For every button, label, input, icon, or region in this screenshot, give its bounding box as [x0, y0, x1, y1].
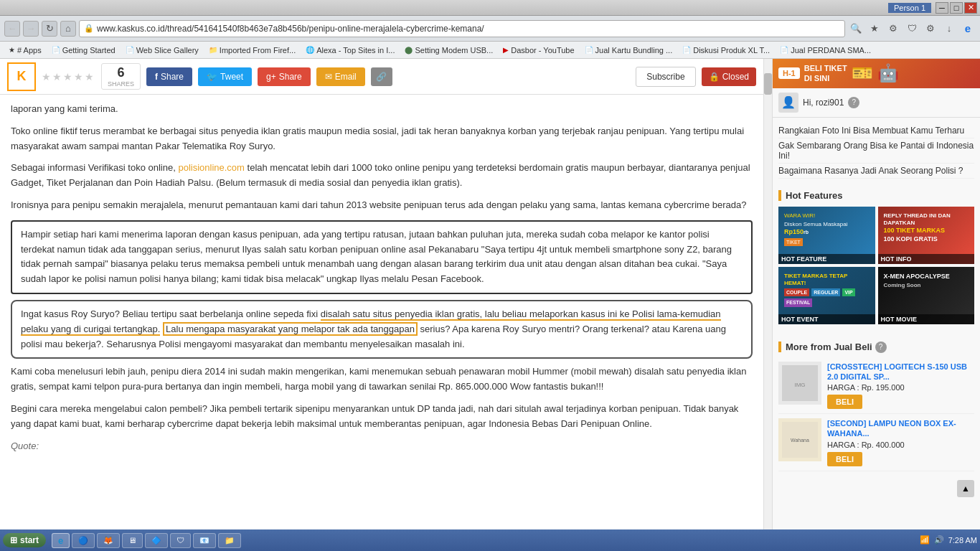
search-icon[interactable]: 🔍: [848, 21, 864, 37]
article-scrollbar[interactable]: [763, 59, 772, 529]
back-button[interactable]: ←: [4, 21, 20, 37]
refresh-button[interactable]: ↻: [42, 21, 57, 37]
taskbar-app-4[interactable]: 🖥: [122, 533, 143, 548]
product-name-2[interactable]: [SECOND] LAMPU NEON BOX EX-WAHANA...: [827, 418, 974, 439]
bookmark-perdana[interactable]: 📄 Jual PERDANA SMA...: [776, 44, 875, 56]
bookmark-alexa[interactable]: 🌐 Alexa - Top Sites in I...: [301, 44, 399, 56]
banner-line1: BELI TIKET: [804, 63, 847, 73]
hot-movie-cell[interactable]: X-MEN APOCALYPSE Coming Soon HOT MOVIE: [878, 267, 975, 324]
app7-icon: 📧: [199, 536, 209, 545]
download-icon[interactable]: ↓: [941, 21, 957, 37]
shares-count: 6: [118, 65, 125, 80]
svg-text:IMG: IMG: [794, 382, 805, 388]
favorites-icon[interactable]: ★: [867, 21, 882, 37]
polisionline-link[interactable]: polisionline.com: [178, 162, 245, 173]
more-help-icon[interactable]: ?: [875, 342, 887, 353]
scrollbar-thumb[interactable]: [764, 73, 772, 95]
related-links: Rangkaian Foto Ini Bisa Membuat Kamu Ter…: [778, 123, 974, 179]
related-link-2[interactable]: Gak Sembarang Orang Bisa ke Pantai di In…: [778, 138, 974, 164]
bookmark-getting-started[interactable]: 📄 Getting Started: [47, 44, 120, 56]
hot-event-label: HOT EVENT: [778, 314, 875, 324]
taskbar-app-3[interactable]: 🦊: [97, 533, 120, 548]
bookmark-apps[interactable]: ★ # Apps: [4, 44, 46, 56]
bookmark-label: Getting Started: [62, 46, 116, 55]
system-tray: 📶 🔊 7:28 AM: [920, 535, 977, 545]
page-icon: 📄: [52, 46, 60, 54]
link-icon: 🔗: [376, 72, 387, 82]
beli-button-1[interactable]: BELI: [827, 395, 862, 409]
forward-button[interactable]: →: [23, 21, 39, 37]
h1-badge: H-1: [778, 67, 800, 79]
hot-event-cell[interactable]: TIKET MARKAS TETAP HEMAT! COUPLE REGULER…: [778, 267, 875, 324]
app8-icon: 📁: [225, 536, 235, 545]
highlighted-box-1: Hampir setiap hari kami menerima laporan…: [11, 220, 753, 294]
clock: 7:28 AM: [948, 535, 977, 545]
taskbar-app-7[interactable]: 📧: [193, 533, 216, 548]
mascot-icon: 🤖: [877, 63, 899, 83]
product-name-1[interactable]: [CROSSTECH] LOGITECH S-150 USB 2.0 DIGIT…: [827, 362, 974, 382]
scroll-up-button[interactable]: ▲: [957, 480, 974, 497]
minimize-button[interactable]: ─: [936, 2, 948, 14]
time-display: 7:28 AM: [948, 535, 977, 545]
article-para-2: Toko online fiktif terus merambat ke ber…: [11, 124, 753, 154]
home-button[interactable]: ⌂: [60, 21, 76, 37]
email-button[interactable]: ✉ Email: [316, 67, 365, 86]
bookmark-jual-kartu[interactable]: 📄 Jual Kartu Bundling ...: [580, 44, 677, 56]
maximize-button[interactable]: □: [950, 2, 963, 14]
start-button[interactable]: ⊞ start: [3, 533, 46, 547]
bookmark-imported[interactable]: 📁 Imported From Firef...: [204, 44, 300, 56]
twitter-icon: 🐦: [207, 72, 217, 82]
page-icon: 📄: [682, 46, 691, 54]
bookmark-web-slice[interactable]: 📄 Web Slice Gallery: [121, 44, 203, 56]
article-area: K ★★★★★ 6 SHARES f Share 🐦 Tweet g+ Shar…: [0, 59, 763, 529]
taskbar-ie[interactable]: e: [52, 533, 70, 548]
url-text: www.kaskus.co.id/thread/541641540f8b463e…: [97, 24, 840, 34]
hot-feature-cell[interactable]: WARA WIR! Diskon Semua Maskapai Rp150rb …: [778, 207, 875, 264]
taskbar-app-5[interactable]: 🔷: [145, 533, 168, 548]
bookmarks-bar: ★ # Apps 📄 Getting Started 📄 Web Slice G…: [0, 42, 980, 59]
help-icon[interactable]: ?: [848, 97, 859, 108]
setting-dot-icon: ⬤: [405, 46, 413, 54]
email-icon: ✉: [325, 72, 332, 82]
closed-button[interactable]: 🔒 Closed: [702, 67, 756, 86]
app2-icon: 🔵: [78, 536, 88, 545]
browser-navbar: ← → ↻ ⌂ 🔒 www.kaskus.co.id/thread/541641…: [0, 16, 980, 42]
volume-icon: 🔊: [934, 535, 944, 545]
gplus-share-button[interactable]: g+ Share: [258, 67, 311, 86]
page-icon: 📄: [126, 46, 134, 54]
bookmark-label: Jual PERDANA SMA...: [791, 46, 871, 55]
app3-icon: 🦊: [103, 536, 113, 545]
taskbar-app-8[interactable]: 📁: [218, 533, 241, 548]
product-price-2: HARGA : Rp. 400.000: [827, 441, 974, 449]
tools-icon[interactable]: ⚙: [885, 21, 901, 37]
settings-icon[interactable]: ⚙: [923, 21, 938, 37]
ticket-banner[interactable]: H-1 BELI TIKET DI SINI 🎫 🤖: [773, 59, 980, 88]
ie-logo: e: [960, 21, 976, 37]
facebook-share-button[interactable]: f Share: [146, 67, 192, 86]
hot-info-cell[interactable]: REPLY THREAD INI DAN DAPATKAN 100 TIKET …: [878, 207, 975, 264]
twitter-tweet-button[interactable]: 🐦 Tweet: [198, 67, 252, 86]
related-link-3[interactable]: Bagaimana Rasanya Jadi Anak Seorang Poli…: [778, 164, 974, 179]
bookmark-youtube[interactable]: ▶ Dasbor - YouTube: [499, 44, 578, 56]
subscribe-button[interactable]: Subscribe: [636, 67, 695, 87]
windows-taskbar: ⊞ start e 🔵 🦊 🖥 🔷 🛡 📧 📁 📶 🔊: [0, 529, 980, 551]
close-button[interactable]: ✕: [964, 2, 977, 14]
para3-prefix: Sebagai informasi Verifikasi toko online…: [11, 162, 176, 173]
bookmark-setting[interactable]: ⬤ Setting Modem USB...: [400, 44, 497, 56]
taskbar-app-6[interactable]: 🛡: [170, 533, 191, 548]
beli-button-2[interactable]: BELI: [827, 452, 862, 466]
article-para-1: laporan yang kami terima.: [11, 102, 753, 117]
related-link-1[interactable]: Rangkaian Foto Ini Bisa Membuat Kamu Ter…: [778, 123, 974, 138]
star-rating[interactable]: ★★★★★: [42, 71, 95, 83]
bookmark-label: Imported From Firef...: [220, 46, 296, 55]
box1-text: Hampir setiap hari kami menerima laporan…: [21, 229, 732, 284]
jual-beli-section: More from Jual Beli ? IMG [CROSSTECH] LO…: [773, 336, 980, 477]
taskbar-app-2[interactable]: 🔵: [72, 533, 95, 548]
address-bar[interactable]: 🔒 www.kaskus.co.id/thread/541641540f8b46…: [79, 20, 845, 37]
user-greeting: 👤 Hi, rozi901 ?: [773, 88, 980, 118]
box2-highlight: Lalu mengapa masyarakat yang melapor tak…: [163, 322, 418, 336]
bookmark-diskusi[interactable]: 📄 Diskusi Produk XL T...: [678, 44, 774, 56]
safety-icon[interactable]: 🛡: [904, 21, 920, 37]
ticket-icon: 🎫: [852, 63, 873, 83]
link-button[interactable]: 🔗: [371, 67, 392, 86]
